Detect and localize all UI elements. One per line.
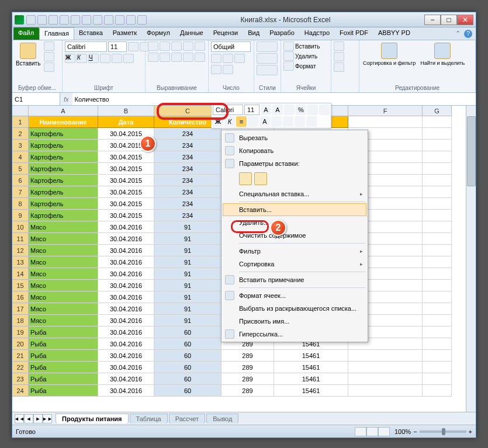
row-header[interactable]: 24 bbox=[12, 385, 29, 397]
percent-icon[interactable] bbox=[223, 54, 233, 63]
cm-hyperlink[interactable]: Гиперссылка... bbox=[223, 328, 366, 341]
align-right-icon[interactable] bbox=[171, 53, 182, 62]
qat-btn[interactable] bbox=[60, 15, 69, 25]
tab-home[interactable]: Главная bbox=[39, 27, 74, 40]
cell[interactable] bbox=[348, 373, 423, 385]
tab-foxit[interactable]: Foxit PDF bbox=[335, 27, 373, 40]
tab-data[interactable]: Данные bbox=[175, 27, 209, 40]
cell[interactable]: 234 bbox=[154, 128, 221, 140]
cell[interactable]: Мясо bbox=[29, 221, 98, 233]
cell[interactable]: Мясо bbox=[29, 233, 98, 245]
underline-button[interactable]: Ч bbox=[88, 54, 99, 63]
cell[interactable]: 60 bbox=[154, 338, 221, 350]
cell[interactable]: 91 bbox=[154, 280, 221, 291]
cell[interactable]: Мясо bbox=[29, 256, 98, 268]
sheet-tab[interactable]: Таблица bbox=[130, 414, 168, 423]
tab-nav-prev[interactable]: ◄ bbox=[24, 414, 33, 423]
mini-font-color-icon[interactable]: A bbox=[259, 116, 270, 127]
cell[interactable]: 234 bbox=[154, 151, 221, 163]
cell[interactable]: 289 bbox=[221, 373, 274, 385]
cell[interactable] bbox=[348, 385, 423, 397]
tab-insert[interactable]: Вставка bbox=[74, 27, 108, 40]
zoom-in-button[interactable]: + bbox=[469, 428, 472, 435]
fx-icon[interactable]: fx bbox=[60, 96, 72, 103]
cm-format-cells[interactable]: Формат ячеек... bbox=[223, 289, 366, 302]
cell[interactable]: 289 bbox=[221, 385, 274, 397]
qat-btn[interactable] bbox=[93, 15, 102, 25]
cell[interactable]: 30.04.2016 bbox=[98, 221, 154, 233]
mini-currency-icon[interactable] bbox=[284, 105, 295, 115]
cell[interactable]: Картофель bbox=[29, 210, 98, 221]
format-table-icon[interactable] bbox=[257, 53, 278, 64]
view-layout-icon[interactable] bbox=[366, 427, 378, 436]
cell[interactable]: 30.04.2016 bbox=[98, 362, 154, 373]
cm-insert[interactable]: Вставить... bbox=[223, 203, 366, 216]
cell[interactable]: Рыба bbox=[29, 362, 98, 373]
cell[interactable]: Мясо bbox=[29, 268, 98, 280]
cell[interactable] bbox=[423, 175, 452, 186]
italic-button[interactable]: К bbox=[77, 54, 87, 63]
cell[interactable] bbox=[423, 303, 452, 315]
cell[interactable]: 91 bbox=[154, 221, 221, 233]
cell[interactable]: Мясо bbox=[29, 315, 98, 327]
delete-cells-icon[interactable] bbox=[283, 51, 294, 61]
qat-undo-icon[interactable] bbox=[37, 15, 47, 25]
cell[interactable] bbox=[423, 163, 452, 175]
insert-cells-icon[interactable] bbox=[283, 41, 294, 51]
cell-styles-icon[interactable] bbox=[257, 65, 278, 75]
mini-shrink-font-icon[interactable]: A bbox=[272, 105, 283, 115]
cell[interactable]: 234 bbox=[154, 210, 221, 221]
tab-formulas[interactable]: Формул bbox=[142, 27, 175, 40]
cut-icon[interactable] bbox=[44, 41, 54, 51]
cell[interactable]: 234 bbox=[154, 186, 221, 198]
row-header[interactable]: 5 bbox=[12, 163, 29, 175]
border-icon[interactable] bbox=[100, 54, 110, 63]
cm-cut[interactable]: Вырезать bbox=[223, 131, 366, 144]
cell[interactable]: Рыба bbox=[29, 338, 98, 350]
row-header[interactable]: 13 bbox=[12, 256, 29, 268]
cell[interactable]: 30.04.2015 bbox=[98, 198, 154, 210]
row-header[interactable]: 2 bbox=[12, 128, 29, 140]
sheet-tab[interactable]: Вывод bbox=[206, 414, 238, 423]
row-header[interactable]: 10 bbox=[12, 221, 29, 233]
cond-format-icon[interactable] bbox=[257, 41, 278, 52]
cell[interactable] bbox=[423, 140, 452, 151]
cell[interactable]: 15461 bbox=[274, 362, 348, 373]
mini-size-combo[interactable]: 11 bbox=[244, 105, 259, 115]
cell[interactable]: 30.04.2016 bbox=[98, 338, 154, 350]
cell[interactable] bbox=[348, 350, 423, 362]
ribbon-minimize-icon[interactable]: ⌃ bbox=[455, 30, 461, 37]
col-header-G[interactable]: G bbox=[423, 106, 452, 116]
tab-addins[interactable]: Надстро bbox=[300, 27, 335, 40]
tab-layout[interactable]: Разметк bbox=[108, 27, 142, 40]
cell[interactable] bbox=[423, 245, 452, 256]
format-cells-icon[interactable] bbox=[283, 61, 294, 71]
qat-redo-icon[interactable] bbox=[49, 15, 58, 25]
col-header-F[interactable]: F bbox=[348, 106, 423, 116]
cm-clear[interactable]: Очистить содержимое bbox=[223, 229, 366, 242]
cell[interactable]: Мясо bbox=[29, 303, 98, 315]
row-header[interactable]: 17 bbox=[12, 303, 29, 315]
cell[interactable] bbox=[423, 233, 452, 245]
wrap-text-icon[interactable] bbox=[195, 41, 205, 51]
cell[interactable]: 30.04.2015 bbox=[98, 163, 154, 175]
cell[interactable]: 30.04.2016 bbox=[98, 245, 154, 256]
cell[interactable]: 234 bbox=[154, 198, 221, 210]
tab-nav-last[interactable]: ►► bbox=[43, 414, 52, 423]
zoom-slider[interactable] bbox=[420, 430, 466, 433]
align-left-icon[interactable] bbox=[148, 53, 158, 62]
cell[interactable]: Картофель bbox=[29, 163, 98, 175]
mini-grow-font-icon[interactable]: A bbox=[261, 105, 271, 115]
cell[interactable]: 60 bbox=[154, 327, 221, 338]
cell[interactable]: 30.04.2016 bbox=[98, 268, 154, 280]
align-top-icon[interactable] bbox=[148, 41, 158, 51]
cell[interactable]: 91 bbox=[154, 291, 221, 303]
cell[interactable]: 91 bbox=[154, 233, 221, 245]
row-header[interactable]: 4 bbox=[12, 151, 29, 163]
name-box[interactable]: C1 bbox=[12, 93, 60, 105]
cell[interactable]: 30.04.2015 bbox=[98, 210, 154, 221]
cell[interactable]: 30.04.2016 bbox=[98, 303, 154, 315]
align-middle-icon[interactable] bbox=[160, 41, 170, 51]
zoom-out-button[interactable]: − bbox=[413, 428, 417, 435]
copy-icon[interactable] bbox=[44, 52, 54, 61]
